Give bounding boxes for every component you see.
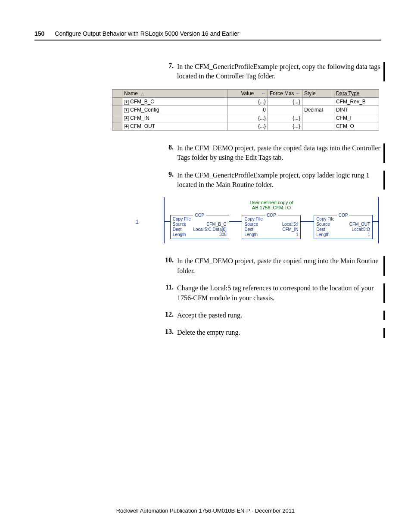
table-row[interactable]: +CFM_B_C {...} {...} CFM_Rev_B — [112, 97, 379, 106]
step-text: In the CFM_GenericProfileExample project… — [177, 171, 381, 190]
expand-icon[interactable]: + — [124, 124, 129, 129]
change-bar — [383, 283, 385, 303]
step-text: Delete the empty rung. — [177, 328, 381, 337]
table-row[interactable]: +CFM_Config 0 Decimal DINT — [112, 106, 379, 114]
step-text: In the CFM_GenericProfileExample project… — [177, 62, 381, 81]
step-text: Change the Local:5 tag references to cor… — [177, 283, 381, 303]
page-title: Configure Output Behavior with RSLogix 5… — [55, 30, 239, 37]
step-number: 10. — [162, 256, 177, 276]
tag-table: Name △ Value ← Force Mas ← Style Data Ty… — [112, 89, 381, 131]
header-name[interactable]: Name △ — [122, 89, 227, 97]
header-force[interactable]: Force Mas ← — [268, 89, 302, 97]
rung-comment: User defined copy of AB:1756_CFM:I:O — [164, 197, 379, 210]
ladder-diagram: 1 User defined copy of AB:1756_CFM:I:O C… — [138, 197, 379, 243]
header-stub — [112, 89, 122, 97]
table-header-row: Name △ Value ← Force Mas ← Style Data Ty… — [112, 89, 379, 97]
cop-instruction: Copy File SourceCFM_B_C DestLocal:5:C.Da… — [170, 215, 229, 239]
change-bar — [383, 171, 385, 190]
page-footer: Rockwell Automation Publication 1756-UM0… — [0, 507, 411, 514]
change-bar — [383, 328, 385, 337]
change-bar — [383, 256, 385, 276]
table-row[interactable]: +CFM_IN {...} {...} CFM_I — [112, 114, 379, 122]
change-bar — [383, 62, 385, 81]
change-bar — [383, 143, 385, 163]
step-text: In the CFM_DEMO project, paste the copie… — [177, 256, 381, 276]
table-row[interactable]: +CFM_OUT {...} {...} CFM_O — [112, 122, 379, 130]
expand-icon[interactable]: + — [124, 116, 129, 121]
change-bar — [383, 311, 385, 320]
step-number: 8. — [162, 143, 177, 163]
rung-number: 1 — [136, 219, 139, 225]
header-value[interactable]: Value ← — [227, 89, 268, 97]
step-number: 7. — [162, 62, 177, 81]
cop-instruction: Copy File SourceCFM_OUT DestLocal:5:O Le… — [314, 215, 373, 239]
header-type[interactable]: Data Type — [334, 89, 379, 97]
cop-instruction: Copy File SourceLocal:5:I DestCFM_IN Len… — [242, 215, 301, 239]
step-number: 9. — [162, 171, 177, 190]
page-number: 150 — [34, 30, 44, 37]
page-header: 150 Configure Output Behavior with RSLog… — [34, 30, 381, 40]
expand-icon[interactable]: + — [124, 100, 129, 105]
step-number: 12. — [162, 311, 177, 320]
step-number: 13. — [162, 328, 177, 337]
step-text: In the CFM_DEMO project, paste the copie… — [177, 143, 381, 163]
expand-icon[interactable]: + — [124, 108, 129, 113]
step-text: Accept the pasted rung. — [177, 311, 381, 320]
step-number: 11. — [162, 283, 177, 303]
header-style[interactable]: Style — [302, 89, 334, 97]
